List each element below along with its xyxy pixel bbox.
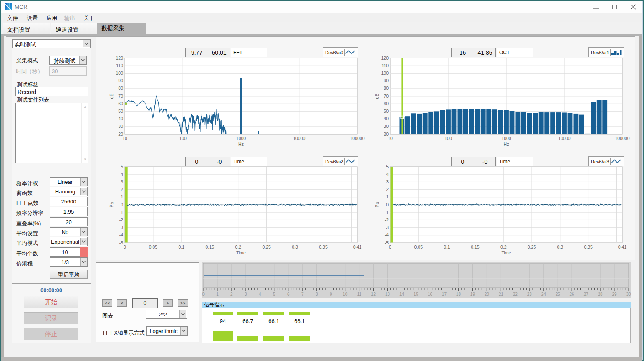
svg-text:3: 3 [121,179,123,184]
svg-text:100: 100 [444,136,452,141]
svg-text:15: 15 [414,292,419,297]
svg-text:0.05: 0.05 [414,244,423,249]
svg-text:0.15: 0.15 [471,244,480,249]
svg-text:100: 100 [116,71,123,76]
svg-text:0.25: 0.25 [262,244,271,249]
svg-text:120: 120 [381,56,389,61]
svg-text:30: 30 [118,124,123,129]
svg-text:1000: 1000 [501,136,511,141]
svg-text:-3: -3 [119,225,123,230]
svg-text:-4: -4 [385,232,389,237]
svg-text:70: 70 [384,94,389,99]
svg-text:22: 22 [513,292,518,297]
svg-text:0.1: 0.1 [179,244,185,249]
svg-text:3: 3 [386,179,389,184]
svg-text:110: 110 [381,63,389,68]
svg-text:120: 120 [116,56,123,61]
svg-text:0: 0 [121,202,123,207]
svg-text:30: 30 [384,124,389,129]
svg-text:0.1: 0.1 [444,244,450,249]
svg-text:6: 6 [287,292,290,297]
svg-text:16: 16 [428,292,433,297]
svg-text:0: 0 [389,244,391,249]
svg-text:10000: 10000 [558,136,570,141]
svg-text:11: 11 [357,292,361,297]
svg-text:29: 29 [612,292,617,297]
svg-text:23: 23 [527,292,532,297]
svg-text:0.35: 0.35 [584,244,593,249]
svg-text:10: 10 [122,136,127,141]
svg-text:5: 5 [121,164,123,169]
svg-text:25: 25 [556,292,561,297]
svg-text:2: 2 [386,187,389,192]
svg-text:40: 40 [118,116,123,121]
svg-text:28: 28 [598,292,603,297]
svg-text:24: 24 [541,292,546,297]
svg-text:90: 90 [118,78,123,83]
svg-text:14: 14 [399,292,404,297]
svg-text:20: 20 [485,292,490,297]
svg-text:0.2: 0.2 [500,244,507,249]
svg-text:-4: -4 [119,232,123,237]
svg-text:-1: -1 [119,210,123,215]
svg-text:9: 9 [330,292,332,297]
svg-text:17: 17 [442,292,447,297]
svg-text:50: 50 [384,109,389,114]
svg-text:2: 2 [230,292,233,297]
svg-text:26: 26 [570,292,575,297]
svg-text:27: 27 [584,292,589,297]
svg-text:110: 110 [116,63,123,68]
svg-text:-2: -2 [385,217,389,222]
svg-text:0: 0 [386,202,389,207]
svg-text:4: 4 [121,172,123,177]
svg-text:1000: 1000 [236,136,246,141]
svg-text:0.2: 0.2 [235,244,241,249]
svg-text:60: 60 [384,101,389,106]
svg-text:10: 10 [343,292,348,297]
svg-text:8: 8 [316,292,318,297]
svg-text:0: 0 [202,292,205,297]
svg-text:12: 12 [371,292,376,297]
svg-text:-1: -1 [385,210,389,215]
svg-text:100: 100 [179,136,187,141]
svg-text:2: 2 [121,187,123,192]
svg-text:3: 3 [245,292,247,297]
svg-text:0.41: 0.41 [353,244,362,249]
svg-text:19: 19 [470,292,475,297]
svg-text:0.3: 0.3 [557,244,563,249]
svg-text:50: 50 [118,109,123,114]
svg-text:7: 7 [301,292,304,297]
svg-text:-5: -5 [119,240,123,245]
svg-text:Pa: Pa [109,202,114,207]
svg-text:100000: 100000 [615,136,629,141]
svg-text:100: 100 [381,71,389,76]
svg-text:0.3: 0.3 [292,244,298,249]
svg-text:21: 21 [499,292,504,297]
svg-text:0.41: 0.41 [618,244,627,249]
svg-text:0.15: 0.15 [206,244,215,249]
svg-text:dB: dB [109,94,114,99]
svg-text:4: 4 [259,292,261,297]
svg-text:18: 18 [456,292,461,297]
svg-text:0: 0 [124,244,126,249]
svg-text:90: 90 [384,78,389,83]
svg-text:80: 80 [384,86,389,91]
svg-text:30: 30 [626,292,631,297]
svg-text:5: 5 [386,164,389,169]
svg-text:100000: 100000 [350,136,364,141]
svg-text:70: 70 [118,94,123,99]
svg-text:0.25: 0.25 [528,244,536,249]
svg-text:1: 1 [386,194,389,199]
svg-text:1: 1 [121,194,123,199]
svg-text:13: 13 [385,292,390,297]
svg-text:60: 60 [118,101,123,106]
svg-text:Pa: Pa [374,202,379,207]
svg-text:5: 5 [273,292,275,297]
svg-text:-2: -2 [119,217,123,222]
svg-text:-3: -3 [385,225,389,230]
svg-text:40: 40 [384,116,389,121]
svg-text:Time: Time [502,250,511,255]
svg-text:10: 10 [388,136,393,141]
svg-text:0.35: 0.35 [319,244,328,249]
svg-text:-5: -5 [385,240,389,245]
